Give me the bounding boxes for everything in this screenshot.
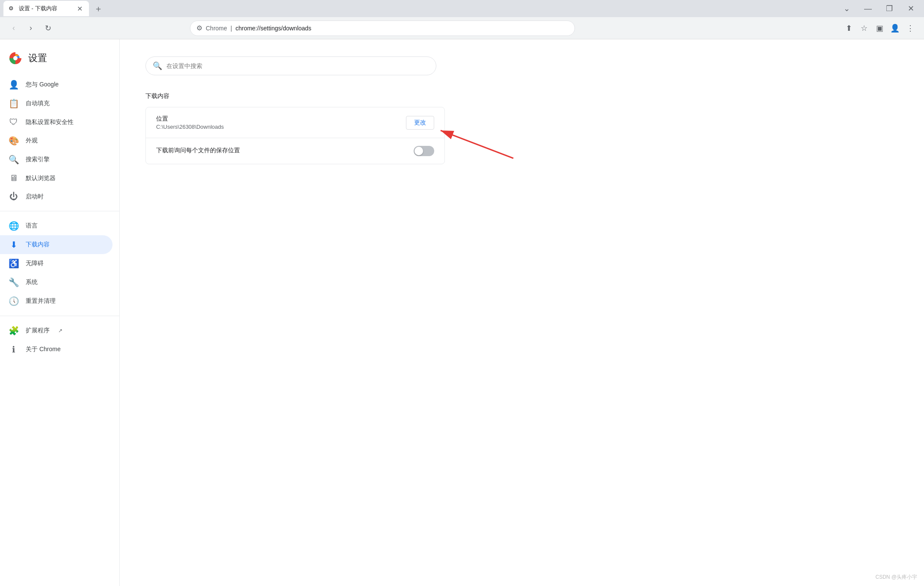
ask-save-label: 下载前询问每个文件的保存位置 [156,147,414,154]
sidebar-item-language[interactable]: 🌐 语言 [0,216,113,235]
ask-save-content: 下载前询问每个文件的保存位置 [156,147,414,155]
new-tab-button[interactable]: ＋ [92,3,104,15]
address-bar-actions: ⬆ ☆ ▣ 👤 ⋮ [842,21,917,35]
sidebar-label-reset: 重置并清理 [26,297,56,305]
location-value: C:\Users\26308\Downloads [156,124,406,130]
sidebar-label-browser: 默认浏览器 [26,175,56,182]
sidebar-label-search: 搜索引擎 [26,156,50,163]
url-separator: | [231,25,232,32]
sidebar-title: 设置 [28,52,47,65]
location-action: 更改 [406,116,434,130]
location-content: 位置 C:\Users\26308\Downloads [156,115,406,130]
tab-favicon: ⚙ [9,5,15,12]
active-tab[interactable]: ⚙ 设置 - 下载内容 ✕ [3,1,89,16]
location-row: 位置 C:\Users\26308\Downloads 更改 [146,107,444,138]
monitor-icon: 🖥 [9,173,19,183]
accessibility-icon: ♿ [9,258,19,269]
url-input[interactable]: ⚙ Chrome | chrome://settings/downloads [190,21,575,36]
address-bar: ‹ › ↻ ⚙ Chrome | chrome://settings/downl… [0,17,924,39]
palette-icon: 🎨 [9,136,19,146]
person-icon: 👤 [9,80,19,90]
chrome-logo-icon [9,51,22,65]
maximize-button[interactable]: ❐ [880,2,899,15]
toggle-knob [415,147,423,155]
sidebar-divider-1 [0,211,119,211]
sidebar-item-autofill[interactable]: 📋 自动填充 [0,94,113,113]
change-location-button[interactable]: 更改 [406,116,434,130]
sidebar-item-accessibility[interactable]: ♿ 无障碍 [0,254,113,273]
sidebar-item-default-browser[interactable]: 🖥 默认浏览器 [0,169,113,187]
power-icon: ⏻ [9,192,19,201]
sidebar-item-system[interactable]: 🔧 系统 [0,273,113,292]
sidebar-item-search[interactable]: 🔍 搜索引擎 [0,150,113,169]
sidebar-label-google: 您与 Google [26,81,59,89]
external-link-icon: ↗ [58,328,62,334]
sidebar-item-privacy[interactable]: 🛡 隐私设置和安全性 [0,113,113,131]
main-content: 🔍 下载内容 位置 C:\Users\26308\Downloads 更改 [120,39,924,586]
clipboard-icon: 📋 [9,98,19,109]
list-tabs-button[interactable]: ⌄ [837,2,856,15]
ask-save-action [414,146,434,156]
ask-save-row: 下载前询问每个文件的保存位置 [146,138,444,164]
back-button[interactable]: ‹ [7,21,21,35]
sidebar-item-reset[interactable]: 🕔 重置并清理 [0,292,113,311]
sidebar-label-system: 系统 [26,278,38,286]
sidebar-label-autofill: 自动填充 [26,100,50,107]
sidebar-header: 设置 [0,48,119,75]
sidebar-item-startup[interactable]: ⏻ 启动时 [0,187,113,206]
menu-button[interactable]: ⋮ [903,21,917,35]
search-icon: 🔍 [9,154,19,165]
sidebar-label-about: 关于 Chrome [26,346,61,353]
reset-icon: 🕔 [9,296,19,306]
url-site-label: Chrome [206,25,227,32]
downloads-settings-card: 位置 C:\Users\26308\Downloads 更改 下载前询问每个文件… [145,107,445,164]
tab-title: 设置 - 下载内容 [19,5,72,12]
download-icon: ⬇ [9,240,19,250]
ask-save-toggle[interactable] [414,146,434,156]
sidebar-item-extensions[interactable]: 🧩 扩展程序 ↗ [0,321,113,340]
settings-search-bar[interactable]: 🔍 [145,56,436,75]
close-button[interactable]: ✕ [901,2,921,15]
title-bar: ⚙ 设置 - 下载内容 ✕ ＋ ⌄ — ❐ ✕ [0,0,924,17]
sidebar-toggle[interactable]: ▣ [873,21,886,35]
profile-button[interactable]: 👤 [888,21,902,35]
watermark: CSDN @头疼小宇 [875,574,917,581]
sidebar-divider-2 [0,316,119,316]
sidebar-label-appearance: 外观 [26,137,38,145]
extensions-icon: 🧩 [9,326,19,336]
sidebar-item-appearance[interactable]: 🎨 外观 [0,131,113,150]
globe-icon: 🌐 [9,221,19,231]
bookmark-button[interactable]: ☆ [857,21,871,35]
minimize-button[interactable]: — [858,2,878,15]
search-magnifier-icon: 🔍 [153,61,162,71]
tab-close-button[interactable]: ✕ [75,4,84,13]
info-icon: ℹ [9,344,19,355]
sidebar-label-language: 语言 [26,222,38,230]
sidebar-label-startup: 启动时 [26,193,44,201]
wrench-icon: 🔧 [9,277,19,287]
sidebar-item-downloads[interactable]: ⬇ 下载内容 [0,235,113,254]
sidebar-label-extensions: 扩展程序 [26,327,50,334]
share-button[interactable]: ⬆ [842,21,856,35]
forward-button[interactable]: › [24,21,38,35]
settings-sidebar: 设置 👤 您与 Google 📋 自动填充 🛡 隐私设置和安全性 🎨 外观 [0,39,120,586]
security-icon: ⚙ [196,24,202,32]
refresh-button[interactable]: ↻ [41,21,55,35]
sidebar-label-accessibility: 无障碍 [26,260,44,267]
location-label: 位置 [156,115,406,123]
search-container: 🔍 [145,56,898,75]
shield-icon: 🛡 [9,117,19,127]
search-input[interactable] [166,62,429,69]
url-path-label: chrome://settings/downloads [235,25,311,32]
svg-point-2 [13,56,18,60]
window-controls: ⌄ — ❐ ✕ [837,2,921,15]
sidebar-item-about[interactable]: ℹ 关于 Chrome [0,340,113,359]
section-title: 下载内容 [145,92,898,100]
sidebar-item-google[interactable]: 👤 您与 Google [0,75,113,94]
sidebar-label-downloads: 下载内容 [26,241,50,249]
sidebar-label-privacy: 隐私设置和安全性 [26,118,74,126]
page-content: 设置 👤 您与 Google 📋 自动填充 🛡 隐私设置和安全性 🎨 外观 [0,39,924,586]
